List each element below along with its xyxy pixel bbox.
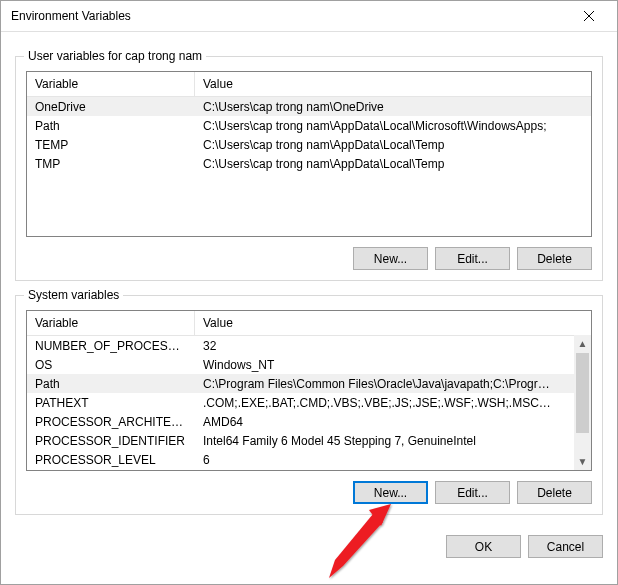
value-cell: C:\Users\cap trong nam\AppData\Local\Tem… [195, 138, 577, 152]
variable-cell: OS [27, 358, 195, 372]
value-cell: Intel64 Family 6 Model 45 Stepping 7, Ge… [195, 434, 559, 448]
variable-cell: PROCESSOR_IDENTIFIER [27, 434, 195, 448]
system-rows: NUMBER_OF_PROCESSORS32OSWindows_NTPathC:… [27, 336, 591, 469]
system-variables-legend: System variables [24, 288, 123, 302]
system-edit-button[interactable]: Edit... [435, 481, 510, 504]
table-row[interactable]: OneDriveC:\Users\cap trong nam\OneDrive [27, 97, 591, 116]
value-cell: 6 [195, 453, 559, 467]
variable-cell: OneDrive [27, 100, 195, 114]
variable-cell: TMP [27, 157, 195, 171]
user-variables-group: User variables for cap trong nam Variabl… [15, 56, 603, 281]
variable-cell: NUMBER_OF_PROCESSORS [27, 339, 195, 353]
variable-cell: Path [27, 119, 195, 133]
cancel-button[interactable]: Cancel [528, 535, 603, 558]
close-icon [584, 11, 594, 21]
system-buttons-row: New... Edit... Delete [26, 481, 592, 504]
dialog-buttons-row: OK Cancel [1, 525, 617, 572]
user-edit-button[interactable]: Edit... [435, 247, 510, 270]
table-row[interactable]: NUMBER_OF_PROCESSORS32 [27, 336, 591, 355]
scroll-up-arrow-icon[interactable]: ▲ [574, 335, 591, 352]
environment-variables-dialog: Environment Variables User variables for… [0, 0, 618, 585]
user-new-button[interactable]: New... [353, 247, 428, 270]
user-list-header: Variable Value [27, 72, 591, 97]
table-row[interactable]: PROCESSOR_LEVEL6 [27, 450, 591, 469]
scroll-thumb[interactable] [576, 353, 589, 433]
ok-button[interactable]: OK [446, 535, 521, 558]
value-cell: C:\Program Files\Common Files\Oracle\Jav… [195, 377, 559, 391]
window-title: Environment Variables [11, 9, 569, 23]
value-cell: C:\Users\cap trong nam\AppData\Local\Mic… [195, 119, 577, 133]
system-variables-group: System variables Variable Value NUMBER_O… [15, 295, 603, 515]
value-cell: AMD64 [195, 415, 559, 429]
value-cell: C:\Users\cap trong nam\OneDrive [195, 100, 577, 114]
variable-cell: PATHEXT [27, 396, 195, 410]
table-row[interactable]: PathC:\Users\cap trong nam\AppData\Local… [27, 116, 591, 135]
window-close-button[interactable] [569, 2, 609, 30]
table-row[interactable]: PathC:\Program Files\Common Files\Oracle… [27, 374, 591, 393]
user-header-variable[interactable]: Variable [27, 72, 195, 96]
value-cell: 32 [195, 339, 559, 353]
table-row[interactable]: OSWindows_NT [27, 355, 591, 374]
table-row[interactable]: TEMPC:\Users\cap trong nam\AppData\Local… [27, 135, 591, 154]
scroll-down-arrow-icon[interactable]: ▼ [574, 453, 591, 470]
system-header-value[interactable]: Value [195, 311, 559, 335]
user-variables-list[interactable]: Variable Value OneDriveC:\Users\cap tron… [26, 71, 592, 237]
system-header-variable[interactable]: Variable [27, 311, 195, 335]
value-cell: .COM;.EXE;.BAT;.CMD;.VBS;.VBE;.JS;.JSE;.… [195, 396, 559, 410]
table-row[interactable]: TMPC:\Users\cap trong nam\AppData\Local\… [27, 154, 591, 173]
variable-cell: PROCESSOR_LEVEL [27, 453, 195, 467]
table-row[interactable]: PROCESSOR_IDENTIFIERIntel64 Family 6 Mod… [27, 431, 591, 450]
user-buttons-row: New... Edit... Delete [26, 247, 592, 270]
value-cell: Windows_NT [195, 358, 559, 372]
system-variables-list[interactable]: Variable Value NUMBER_OF_PROCESSORS32OSW… [26, 310, 592, 471]
variable-cell: PROCESSOR_ARCHITECTURE [27, 415, 195, 429]
system-list-header: Variable Value [27, 311, 591, 336]
table-row[interactable]: PROCESSOR_ARCHITECTUREAMD64 [27, 412, 591, 431]
system-new-button[interactable]: New... [353, 481, 428, 504]
system-delete-button[interactable]: Delete [517, 481, 592, 504]
user-rows: OneDriveC:\Users\cap trong nam\OneDriveP… [27, 97, 591, 173]
table-row[interactable]: PATHEXT.COM;.EXE;.BAT;.CMD;.VBS;.VBE;.JS… [27, 393, 591, 412]
variable-cell: Path [27, 377, 195, 391]
titlebar: Environment Variables [1, 1, 617, 32]
variable-cell: TEMP [27, 138, 195, 152]
value-cell: C:\Users\cap trong nam\AppData\Local\Tem… [195, 157, 577, 171]
user-variables-legend: User variables for cap trong nam [24, 49, 206, 63]
user-delete-button[interactable]: Delete [517, 247, 592, 270]
system-scrollbar[interactable]: ▲ ▼ [574, 335, 591, 470]
user-header-value[interactable]: Value [195, 72, 577, 96]
